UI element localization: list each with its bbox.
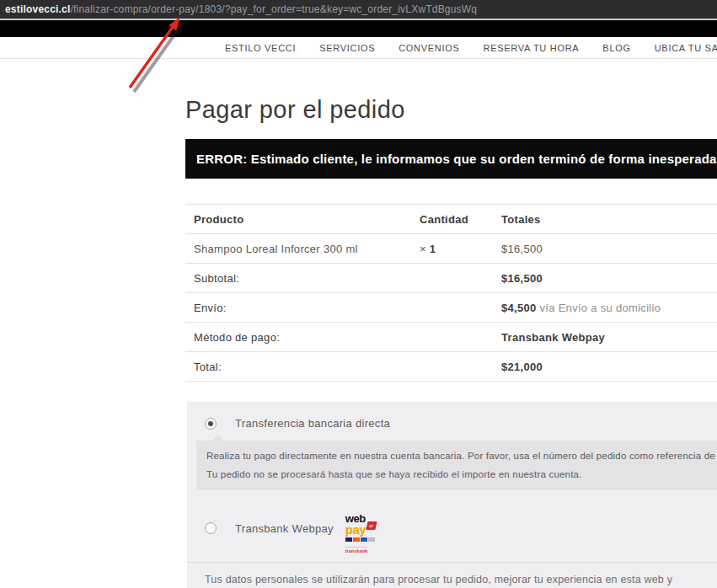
product-name: Shampoo Loreal Inforcer 300 ml bbox=[185, 234, 420, 264]
subtotal-value: $16,500 bbox=[501, 264, 717, 293]
product-total: $16,500 bbox=[501, 234, 717, 264]
main-nav: ESTILO VECCI SERVICIOS CONVENIOS RESERVA… bbox=[0, 37, 717, 59]
table-header-row: Producto Cantidad Totales bbox=[185, 205, 717, 234]
divider bbox=[187, 562, 717, 563]
bank-transfer-label[interactable]: Transferencia bancaria directa bbox=[235, 417, 390, 430]
nav-item-convenios[interactable]: CONVENIOS bbox=[399, 43, 459, 53]
transbank-webpay-label[interactable]: Transbank Webpay bbox=[235, 522, 334, 535]
payment-option-transbank-webpay[interactable]: Transbank Webpay web pay cl transbank bbox=[196, 501, 717, 553]
col-header-cantidad: Cantidad bbox=[420, 205, 501, 234]
shipping-value: $4,500 vía Envío a su domicilio bbox=[501, 293, 717, 323]
privacy-notice: Tus datos personales se utilizarán para … bbox=[196, 570, 698, 588]
bank-transfer-description: Realiza tu pago directamente en nuestra … bbox=[196, 441, 717, 490]
payment-option-bank-transfer[interactable]: Transferencia bancaria directa bbox=[196, 412, 717, 433]
product-row: Shampoo Loreal Inforcer 300 ml × 1 $16,5… bbox=[185, 234, 717, 264]
nav-item-blog[interactable]: BLOG bbox=[602, 43, 630, 53]
error-banner: ERROR: Estimado cliente, le informamos q… bbox=[185, 139, 717, 179]
checkout-main: Pagar por el pedido ERROR: Estimado clie… bbox=[185, 96, 717, 588]
order-details-table: Producto Cantidad Totales Shampoo Loreal… bbox=[185, 204, 717, 382]
table-row-total: Total: $21,000 bbox=[185, 352, 717, 382]
browser-url-bar[interactable]: estilovecci.cl/finalizar-compra/order-pa… bbox=[0, 0, 717, 19]
product-quantity: × 1 bbox=[420, 234, 501, 264]
nav-item-servicios[interactable]: SERVICIOS bbox=[319, 43, 375, 53]
table-row-metodo-pago: Método de pago: Transbank Webpay bbox=[185, 323, 717, 352]
col-header-producto: Producto bbox=[185, 205, 420, 234]
webpay-logo: web pay cl transbank bbox=[345, 511, 384, 555]
table-row-envio: Envío: $4,500 vía Envío a su domicilio bbox=[185, 293, 717, 323]
webpay-transbank-text: transbank bbox=[345, 547, 368, 553]
webpay-cl-badge: cl bbox=[367, 521, 377, 530]
webpay-logo-pay: pay bbox=[345, 523, 366, 536]
webpay-card-icons bbox=[345, 537, 384, 542]
payment-method-value: Transbank Webpay bbox=[501, 323, 717, 352]
url-domain: estilovecci.cl bbox=[5, 3, 71, 15]
radio-bank-transfer[interactable] bbox=[205, 418, 217, 430]
site-header-band bbox=[0, 20, 717, 37]
payment-method-label: Método de pago: bbox=[185, 323, 420, 352]
page-title: Pagar por el pedido bbox=[185, 96, 717, 124]
total-label: Total: bbox=[185, 352, 420, 382]
nav-item-reserva-tu-hora[interactable]: RESERVA TU HORA bbox=[484, 43, 580, 53]
shipping-label: Envío: bbox=[185, 293, 420, 323]
url-path: /finalizar-compra/order-pay/1803/?pay_fo… bbox=[71, 3, 478, 15]
table-row-subtotal: Subtotal: $16,500 bbox=[185, 264, 717, 293]
nav-item-ubica-tu-salon[interactable]: UBICA TU SALÓN bbox=[655, 43, 717, 53]
radio-transbank-webpay[interactable] bbox=[205, 522, 217, 534]
nav-item-estilo-vecci[interactable]: ESTILO VECCI bbox=[225, 43, 296, 53]
payment-section: Transferencia bancaria directa Realiza t… bbox=[187, 402, 717, 588]
subtotal-label: Subtotal: bbox=[185, 264, 420, 293]
total-value: $21,000 bbox=[501, 352, 717, 382]
col-header-totales: Totales bbox=[501, 205, 717, 234]
